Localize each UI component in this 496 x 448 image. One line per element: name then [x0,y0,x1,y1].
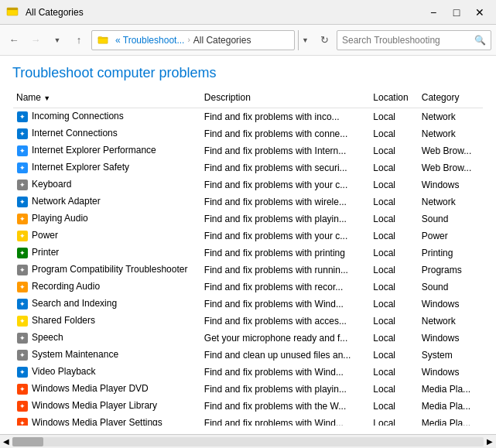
table-row[interactable]: ✦System MaintenanceFind and clean up unu… [13,347,483,364]
horizontal-scrollbar[interactable]: ◀ ▶ [0,434,496,448]
table-row[interactable]: ✦Program Compatibility TroubleshooterFin… [13,262,483,279]
row-loc-cell: Local [370,347,418,364]
row-desc-cell: Find and fix problems with your c... [201,227,370,245]
svg-text:✦: ✦ [19,198,26,206]
svg-text:✦: ✦ [19,419,26,426]
maximize-button[interactable]: □ [446,5,467,20]
table-row[interactable]: ✦KeyboardFind and fix problems with your… [13,176,483,193]
row-loc-cell: Local [370,142,418,159]
row-name-cell: ✦System Maintenance [13,347,201,364]
svg-text:✦: ✦ [19,368,26,376]
col-header-desc[interactable]: Description [201,91,370,108]
row-cat-cell: Printing [419,245,483,262]
table-row[interactable]: ✦Windows Media Player SettingsFind and f… [13,415,483,426]
row-cat-cell: Network [419,313,483,330]
row-name-cell: ✦Speech [13,330,201,347]
row-name-cell: ✦Internet Explorer Performance [13,142,201,159]
table-row[interactable]: ✦SpeechGet your microphone ready and f..… [13,330,483,347]
minimize-button[interactable]: − [423,5,443,20]
row-name-cell: ✦Incoming Connections [13,108,201,126]
row-name-text: Program Compatibility Troubleshooter [32,264,187,275]
row-name-text: System Maintenance [32,349,118,360]
address-path-box[interactable]: « Troubleshoot... › All Categories [91,30,295,50]
row-name-text: Windows Media Player DVD [32,383,149,394]
forward-button[interactable]: → [26,31,45,50]
row-icon: ✦ [16,145,29,157]
row-cat-cell: Network [419,108,483,126]
col-header-loc[interactable]: Location [370,91,418,108]
table-row[interactable]: ✦Internet Explorer SafetyFind and fix pr… [13,159,483,176]
table-row[interactable]: ✦Video PlaybackFind and fix problems wit… [13,364,483,381]
row-loc-cell: Local [370,313,418,330]
row-desc-cell: Find and fix problems with Wind... [201,415,370,426]
row-icon: ✦ [16,264,29,276]
table-row[interactable]: ✦Windows Media Player LibraryFind and fi… [13,398,483,415]
table-row[interactable]: ✦Internet ConnectionsFind and fix proble… [13,125,483,142]
row-name-cell: ✦Recording Audio [13,279,201,296]
row-desc-cell: Find and fix problems with securi... [201,159,370,176]
row-icon: ✦ [16,213,29,225]
search-box[interactable]: 🔍 [337,30,491,50]
table-row[interactable]: ✦Incoming ConnectionsFind and fix proble… [13,108,483,126]
back-button[interactable]: ← [5,31,23,50]
search-input[interactable] [342,35,474,46]
row-desc-cell: Find and fix problems with inco... [201,108,370,126]
table-row[interactable]: ✦Playing AudioFind and fix problems with… [13,210,483,227]
row-desc-cell: Find and fix problems with Wind... [201,296,370,313]
table-row[interactable]: ✦Shared FoldersFind and fix problems wit… [13,313,483,330]
path-prefix: « Troubleshoot... [115,35,184,46]
hscroll-right-button[interactable]: ▶ [487,437,493,446]
row-cat-cell: Windows [419,176,483,193]
hscroll-track[interactable] [12,437,484,446]
close-button[interactable]: ✕ [470,5,490,20]
table-row[interactable]: ✦Windows Media Player DVDFind and fix pr… [13,381,483,398]
svg-text:✦: ✦ [19,266,26,274]
row-loc-cell: Local [370,364,418,381]
svg-text:✦: ✦ [19,300,26,308]
recent-locations-button[interactable]: ▼ [48,31,67,50]
row-icon: ✦ [16,179,29,191]
col-header-name[interactable]: Name ▼ [13,91,201,108]
row-cat-cell: Sound [419,210,483,227]
table-row[interactable]: ✦Internet Explorer PerformanceFind and f… [13,142,483,159]
hscroll-left-button[interactable]: ◀ [3,437,9,446]
row-name-cell: ✦Windows Media Player Settings [13,415,201,426]
svg-text:✦: ✦ [19,351,26,359]
table-container[interactable]: Name ▼ Description Location Category ✦In… [12,91,484,426]
row-icon: ✦ [16,128,29,140]
row-loc-cell: Local [370,176,418,193]
row-icon: ✦ [16,349,29,361]
row-desc-cell: Find and fix problems with the W... [201,398,370,415]
col-header-cat[interactable]: Category [419,91,483,108]
row-name-cell: ✦Shared Folders [13,313,201,330]
row-icon: ✦ [16,230,29,242]
address-dropdown-button[interactable]: ▼ [298,30,312,50]
row-name-cell: ✦Internet Explorer Safety [13,159,201,176]
row-cat-cell: Network [419,193,483,210]
table-row[interactable]: ✦Network AdapterFind and fix problems wi… [13,193,483,210]
window-controls: − □ ✕ [423,5,490,20]
refresh-button[interactable]: ↻ [315,31,334,50]
row-name-cell: ✦Program Compatibility Troubleshooter [13,262,201,279]
path-current: All Categories [193,35,251,46]
table-row[interactable]: ✦PrinterFind and fix problems with print… [13,245,483,262]
row-loc-cell: Local [370,279,418,296]
row-desc-cell: Get your microphone ready and f... [201,330,370,347]
row-loc-cell: Local [370,330,418,347]
row-name-cell: ✦Windows Media Player Library [13,398,201,415]
row-desc-cell: Find and fix problems with wirele... [201,193,370,210]
up-button[interactable]: ↑ [70,31,88,50]
row-name-cell: ✦Power [13,227,201,245]
table-row[interactable]: ✦PowerFind and fix problems with your c.… [13,227,483,245]
row-name-cell: ✦Internet Connections [13,125,201,142]
table-row[interactable]: ✦Recording AudioFind and fix problems wi… [13,279,483,296]
row-cat-cell: Media Pla... [419,415,483,426]
row-loc-cell: Local [370,398,418,415]
svg-text:✦: ✦ [19,164,26,172]
window-icon [6,5,19,18]
row-desc-cell: Find and fix problems with Intern... [201,142,370,159]
table-row[interactable]: ✦Search and IndexingFind and fix problem… [13,296,483,313]
row-cat-cell: Sound [419,279,483,296]
row-cat-cell: Media Pla... [419,398,483,415]
hscroll-thumb[interactable] [12,437,43,446]
